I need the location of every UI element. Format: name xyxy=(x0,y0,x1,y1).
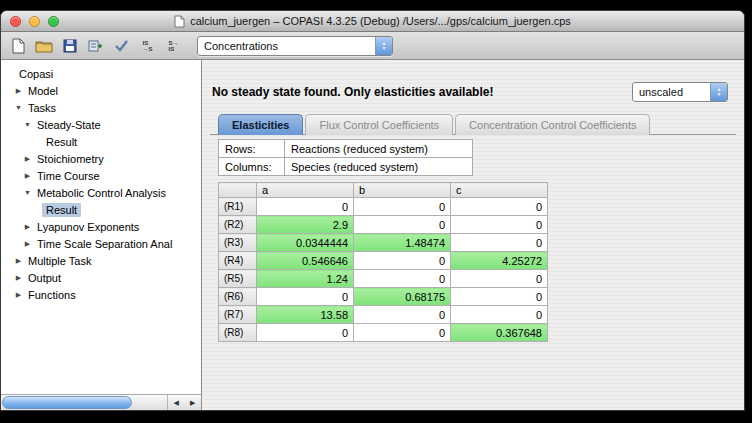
update-model-icon[interactable] xyxy=(84,35,107,57)
open-file-icon[interactable] xyxy=(32,35,55,57)
table-cell[interactable]: 0.0344444 xyxy=(257,234,354,252)
table-cell[interactable]: 0 xyxy=(257,288,354,306)
disclosure-collapsed-icon[interactable]: ▶ xyxy=(13,87,24,95)
table-row: (R3)0.03444441.484740 xyxy=(219,234,548,252)
row-header-r4[interactable]: (R4) xyxy=(219,252,257,270)
table-cell[interactable]: 0 xyxy=(451,270,548,288)
table-cell[interactable]: 0 xyxy=(451,216,548,234)
column-header-a[interactable]: a xyxy=(257,183,354,198)
table-cell[interactable]: 0 xyxy=(354,252,451,270)
zoom-button[interactable] xyxy=(48,16,59,27)
disclosure-collapsed-icon[interactable]: ▶ xyxy=(13,274,24,282)
row-header-r2[interactable]: (R2) xyxy=(219,216,257,234)
tab-concentration-control-coefficients[interactable]: Concentration Control Coefficients xyxy=(455,114,650,135)
scroll-left-icon[interactable]: ◀ xyxy=(168,395,185,410)
table-cell[interactable]: 0 xyxy=(257,198,354,216)
sidebar-item-result[interactable]: Result xyxy=(1,201,201,218)
table-cell[interactable]: 0 xyxy=(354,198,451,216)
table-cell[interactable]: 0 xyxy=(451,198,548,216)
save-icon[interactable] xyxy=(58,35,81,57)
meta-rows-row: Rows: Reactions (reduced system) xyxy=(219,140,473,158)
sidebar-item-time-course[interactable]: ▶Time Course xyxy=(1,167,201,184)
minimize-button[interactable] xyxy=(29,16,40,27)
row-header-r7[interactable]: (R7) xyxy=(219,306,257,324)
table-cell[interactable]: 0 xyxy=(257,324,354,342)
table-cell[interactable]: 0 xyxy=(451,288,548,306)
disclosure-expanded-icon[interactable]: ▼ xyxy=(13,104,24,111)
table-cell[interactable]: 13.58 xyxy=(257,306,354,324)
table-cell[interactable]: 1.48474 xyxy=(354,234,451,252)
tab-flux-control-coefficients[interactable]: Flux Control Coefficients xyxy=(305,114,453,135)
commit-check-icon[interactable] xyxy=(110,35,133,57)
table-cell[interactable]: 0 xyxy=(451,306,548,324)
table-cell[interactable]: 0.68175 xyxy=(354,288,451,306)
row-header-r1[interactable]: (R1) xyxy=(219,198,257,216)
table-row: (R5)1.2400 xyxy=(219,270,548,288)
sidebar-item-tasks[interactable]: ▼Tasks xyxy=(1,99,201,116)
s-to-is-icon[interactable]: S→IS xyxy=(162,35,185,57)
elasticities-table: abc(R1)000(R2)2.900(R3)0.03444441.484740… xyxy=(218,182,548,342)
new-document-icon[interactable] xyxy=(6,35,29,57)
row-header-r3[interactable]: (R3) xyxy=(219,234,257,252)
scroll-right-icon[interactable]: ▶ xyxy=(185,395,202,410)
close-button[interactable] xyxy=(10,16,21,27)
table-cell[interactable]: 4.25272 xyxy=(451,252,548,270)
sidebar-item-functions[interactable]: ▶Functions xyxy=(1,286,201,303)
scrollbar-thumb[interactable] xyxy=(2,396,132,409)
window-title-text: calcium_juergen – COPASI 4.3.25 (Debug) … xyxy=(190,15,571,27)
meta-rows-label: Rows: xyxy=(219,140,285,158)
sidebar-item-label: Tasks xyxy=(24,101,60,115)
sidebar-item-copasi[interactable]: Copasi xyxy=(1,65,201,82)
meta-columns-value: Species (reduced system) xyxy=(285,158,473,176)
table-cell[interactable]: 0 xyxy=(354,306,451,324)
sidebar-item-label: Lyapunov Exponents xyxy=(33,220,143,234)
sidebar-item-model[interactable]: ▶Model xyxy=(1,82,201,99)
scale-combo[interactable]: unscaled ▲▼ xyxy=(632,82,728,102)
sidebar-item-label: Steady-State xyxy=(33,118,105,132)
title-bar[interactable]: calcium_juergen – COPASI 4.3.25 (Debug) … xyxy=(1,11,744,32)
sidebar-item-steady-state[interactable]: ▼Steady-State xyxy=(1,116,201,133)
row-header-r8[interactable]: (R8) xyxy=(219,324,257,342)
disclosure-collapsed-icon[interactable]: ▶ xyxy=(22,172,33,180)
column-header-b[interactable]: b xyxy=(354,183,451,198)
disclosure-collapsed-icon[interactable]: ▶ xyxy=(22,223,33,231)
disclosure-expanded-icon[interactable]: ▼ xyxy=(22,121,33,128)
sidebar-item-multiple-task[interactable]: ▶Multiple Task xyxy=(1,252,201,269)
sidebar-item-result[interactable]: Result xyxy=(1,133,201,150)
table-cell[interactable]: 0 xyxy=(354,324,451,342)
sidebar-item-label: Result xyxy=(42,135,81,149)
disclosure-collapsed-icon[interactable]: ▶ xyxy=(13,291,24,299)
table-header-row: abc xyxy=(219,183,548,198)
table-cell[interactable]: 0.367648 xyxy=(451,324,548,342)
tab-elasticities[interactable]: Elasticities xyxy=(218,114,303,135)
sidebar-item-output[interactable]: ▶Output xyxy=(1,269,201,286)
sidebar: Copasi▶Model▼Tasks▼Steady-StateResult▶St… xyxy=(1,60,202,410)
disclosure-collapsed-icon[interactable]: ▶ xyxy=(22,240,33,248)
window-title: calcium_juergen – COPASI 4.3.25 (Debug) … xyxy=(174,15,571,28)
table-corner-cell xyxy=(219,183,257,198)
row-header-r6[interactable]: (R6) xyxy=(219,288,257,306)
table-cell[interactable]: 0 xyxy=(354,216,451,234)
disclosure-collapsed-icon[interactable]: ▶ xyxy=(13,257,24,265)
sidebar-item-metabolic-control-analysis[interactable]: ▼Metabolic Control Analysis xyxy=(1,184,201,201)
table-cell[interactable]: 0 xyxy=(354,270,451,288)
combo-stepper-icon[interactable]: ▲▼ xyxy=(375,37,392,55)
meta-columns-row: Columns: Species (reduced system) xyxy=(219,158,473,176)
is-to-s-icon[interactable]: IS→S xyxy=(136,35,159,57)
task-combo-value: Concentrations xyxy=(198,37,375,55)
status-row: No steady state found. Only elasticities… xyxy=(212,82,728,102)
sidebar-item-lyapunov-exponents[interactable]: ▶Lyapunov Exponents xyxy=(1,218,201,235)
disclosure-collapsed-icon[interactable]: ▶ xyxy=(22,155,33,163)
sidebar-item-stoichiometry[interactable]: ▶Stoichiometry xyxy=(1,150,201,167)
sidebar-horizontal-scrollbar[interactable]: ◀ ▶ xyxy=(1,394,201,410)
disclosure-expanded-icon[interactable]: ▼ xyxy=(22,189,33,196)
sidebar-item-time-scale-separation-anal[interactable]: ▶Time Scale Separation Anal xyxy=(1,235,201,252)
table-cell[interactable]: 1.24 xyxy=(257,270,354,288)
table-cell[interactable]: 0.546646 xyxy=(257,252,354,270)
column-header-c[interactable]: c xyxy=(451,183,548,198)
table-cell[interactable]: 0 xyxy=(451,234,548,252)
task-combo[interactable]: Concentrations ▲▼ xyxy=(197,36,393,56)
row-header-r5[interactable]: (R5) xyxy=(219,270,257,288)
combo-stepper-icon[interactable]: ▲▼ xyxy=(710,83,727,101)
table-cell[interactable]: 2.9 xyxy=(257,216,354,234)
